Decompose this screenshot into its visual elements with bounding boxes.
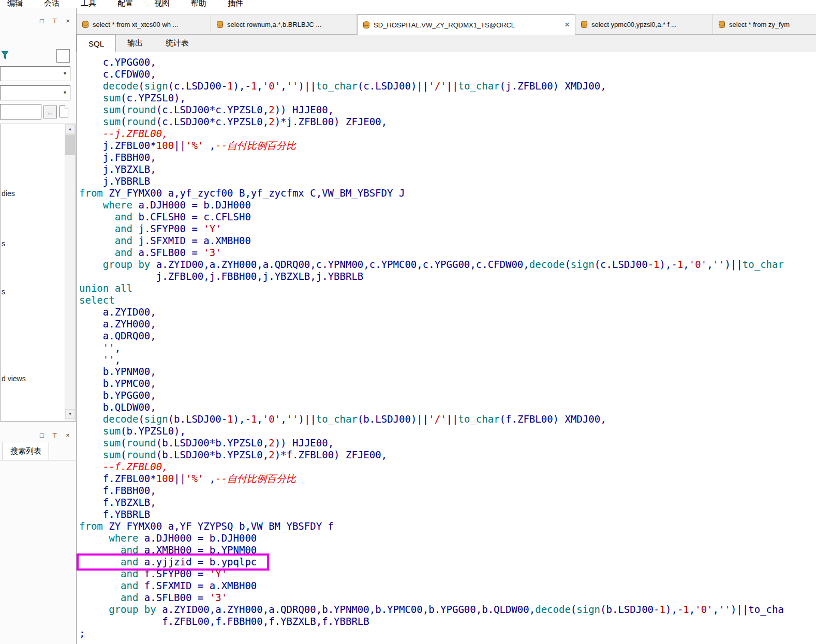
- code-line: j.ZFBL00,j.FBBH00,j.YBZXLB,j.YBBRLB: [79, 271, 816, 282]
- tree-item-label[interactable]: s: [2, 239, 5, 248]
- browser-dropdown-2[interactable]: ▼: [0, 85, 70, 100]
- code-line: group by a.ZYID00,a.ZYH000,a.QDRQ00,b.YP…: [79, 604, 816, 616]
- tab-label: select rownum,a.*,b.BRLBJC ...: [227, 21, 321, 28]
- browser-filter-input[interactable]: [0, 104, 41, 119]
- code-line: and a.SFLB00 = '3': [79, 247, 816, 259]
- result-tab-统计表[interactable]: 统计表: [154, 35, 200, 52]
- filter-icon[interactable]: [1, 51, 9, 60]
- chevron-down-icon: ▼: [63, 71, 67, 76]
- tab-bar: select * from xt_xtcs00 wh ...select row…: [77, 14, 816, 35]
- chevron-down-icon: ▼: [63, 90, 67, 95]
- code-line: and f.SFXMID = a.XMBH00: [79, 580, 816, 592]
- code-line: b.YPNM00,: [79, 366, 816, 378]
- sql-window-tab[interactable]: SD_HOSPITAL.VW_ZY_RQDMX1_TS@ORCL×: [357, 14, 575, 35]
- new-file-icon[interactable]: [60, 106, 68, 117]
- scroll-down-button[interactable]: ▼: [65, 409, 75, 419]
- code-line: f.FBBH00,: [79, 485, 816, 497]
- database-icon: [216, 21, 224, 28]
- browser-filter-row: ...: [0, 104, 76, 121]
- tab-search-list[interactable]: 搜索列表: [3, 442, 49, 460]
- code-line: b.YPMC00,: [79, 378, 816, 390]
- code-line: sum(round(b.LSDJ00*b.YPZSL0,2)) HJJE00,: [79, 437, 816, 449]
- code-line: sum(b.YPZSL0),: [79, 425, 816, 437]
- browser-toolbar: [1, 49, 71, 64]
- database-icon: [363, 21, 370, 29]
- sql-window: select * from xt_xtcs00 wh ...select row…: [76, 8, 816, 644]
- sql-ide-window: 编辑会话工具配置视图帮助插件 □ ⊤ × ▼ ▼: [0, 0, 816, 644]
- code-line: ;: [79, 627, 816, 639]
- code-line: j.YBBRLB: [79, 175, 816, 187]
- menu-item[interactable]: 编辑: [7, 0, 23, 8]
- search-dock-header: □ ⊤ ×: [0, 428, 72, 442]
- code-area: c.YPGG00, c.CFDW00, decode(sign(c.LSDJ00…: [77, 52, 816, 644]
- code-line: c.YPGG00,: [79, 56, 816, 68]
- menu-item[interactable]: 配置: [117, 0, 133, 8]
- object-browser-tree[interactable]: diesssd views ▲ ▼: [0, 124, 76, 422]
- close-icon[interactable]: ×: [64, 17, 72, 25]
- sidebar-square-button[interactable]: [56, 49, 70, 63]
- tree-item-label[interactable]: s: [2, 288, 5, 296]
- code-line: and a.yjjzid = b.ypqlpc: [79, 556, 816, 568]
- result-tab-输出[interactable]: 输出: [116, 35, 154, 52]
- top-spacer: [77, 8, 816, 14]
- code-line: and j.SFXMID = a.XMBH00: [79, 235, 816, 247]
- restore-icon[interactable]: □: [38, 17, 46, 25]
- main-content: □ ⊤ × ▼ ▼ ... diesssd: [0, 8, 816, 644]
- menu-bar: 编辑会话工具配置视图帮助插件: [0, 0, 816, 8]
- close-icon[interactable]: ×: [559, 20, 570, 30]
- code-line: group by a.ZYID00,a.ZYH000,a.QDRQ00,c.YP…: [79, 259, 816, 271]
- menu-item[interactable]: 会话: [44, 0, 60, 8]
- tree-scrollbar[interactable]: ▲ ▼: [65, 124, 76, 421]
- tab-label: select * from xt_xtcs00 wh ...: [93, 21, 178, 28]
- database-icon: [718, 21, 725, 28]
- page-fold: [65, 106, 68, 109]
- browse-button[interactable]: ...: [43, 106, 57, 118]
- result-tab-bar: SQL输出统计表: [77, 35, 816, 52]
- menu-item[interactable]: 帮助: [191, 0, 206, 8]
- tab-label: select ypmc00,ypzsl0,a.* f ...: [591, 21, 677, 28]
- code-line: j.YBZXLB,: [79, 163, 816, 175]
- pin-icon[interactable]: ⊤: [51, 17, 59, 25]
- code-line: f.ZFBL00,f.FBBH00,f.YBZXLB,f.YBBRLB: [79, 616, 816, 627]
- scrollbar-thumb[interactable]: [65, 134, 75, 155]
- close-icon[interactable]: ×: [64, 431, 72, 439]
- scroll-up-button[interactable]: ▲: [65, 124, 75, 134]
- code-line: where a.DJH000 = b.DJH000: [79, 199, 816, 211]
- code-line: j.ZFBL00*100||'%' ,--自付比例百分比: [79, 140, 816, 152]
- sql-window-tab[interactable]: select * from zy_fym: [713, 14, 816, 34]
- code-line: from ZY_FYMX00 a,yf_zycf00 B,yf_zycfmx C…: [79, 187, 816, 199]
- sql-window-tab[interactable]: select rownum,a.*,b.BRLBJC ...: [211, 14, 357, 34]
- code-line: and j.SFYP00 = 'Y': [79, 223, 816, 235]
- tree-item-label[interactable]: d views: [2, 375, 26, 383]
- code-line: a.QDRQ00,: [79, 330, 816, 342]
- database-icon: [82, 21, 89, 28]
- code-line: decode(sign(c.LSDJ00-1),-1,'0','')||to_c…: [79, 80, 816, 92]
- sql-window-tab[interactable]: select ypmc00,ypzsl0,a.* f ...: [575, 14, 713, 34]
- search-panel-tabs: 搜索列表: [0, 441, 76, 460]
- tab-label: select * from zy_fym: [729, 21, 790, 28]
- browser-dropdown-1[interactable]: ▼: [0, 66, 70, 81]
- code-line: --j.ZFBL00,: [79, 128, 816, 140]
- code-line: and a.SFLB00 = '3': [79, 592, 816, 604]
- tree-item-label[interactable]: dies: [2, 189, 15, 198]
- code-line: j.FBBH00,: [79, 152, 816, 163]
- code-line: union all: [79, 282, 816, 294]
- code-line: c.CFDW00,: [79, 68, 816, 80]
- pin-icon[interactable]: ⊤: [51, 431, 59, 439]
- code-line: sum(round(c.LSDJ00*c.YPZSL0,2)) HJJE00,: [79, 104, 816, 116]
- code-line: where a.DJH000 = b.DJH000: [79, 532, 816, 544]
- sql-window-tab[interactable]: select * from xt_xtcs00 wh ...: [77, 14, 211, 34]
- result-tab-sql[interactable]: SQL: [77, 35, 116, 52]
- code-line: f.YBBRLB: [79, 508, 816, 520]
- code-line: decode(sign(b.LSDJ00-1),-1,'0','')||to_c…: [79, 413, 816, 425]
- code-line: b.YPGG00,: [79, 390, 816, 401]
- code-line: sum(c.YPZSL0),: [79, 92, 816, 104]
- menu-item[interactable]: 工具: [81, 0, 96, 8]
- menu-item[interactable]: 视图: [154, 0, 170, 8]
- sql-editor[interactable]: c.YPGG00, c.CFDW00, decode(sign(c.LSDJ00…: [77, 52, 816, 644]
- code-line: sum(round(b.LSDJ00*b.YPZSL0,2)*f.ZFBL00)…: [79, 449, 816, 461]
- left-sidebar: □ ⊤ × ▼ ▼ ... diesssd: [0, 8, 76, 644]
- code-line: '',: [79, 354, 816, 366]
- menu-item[interactable]: 插件: [228, 0, 243, 8]
- restore-icon[interactable]: □: [38, 431, 46, 439]
